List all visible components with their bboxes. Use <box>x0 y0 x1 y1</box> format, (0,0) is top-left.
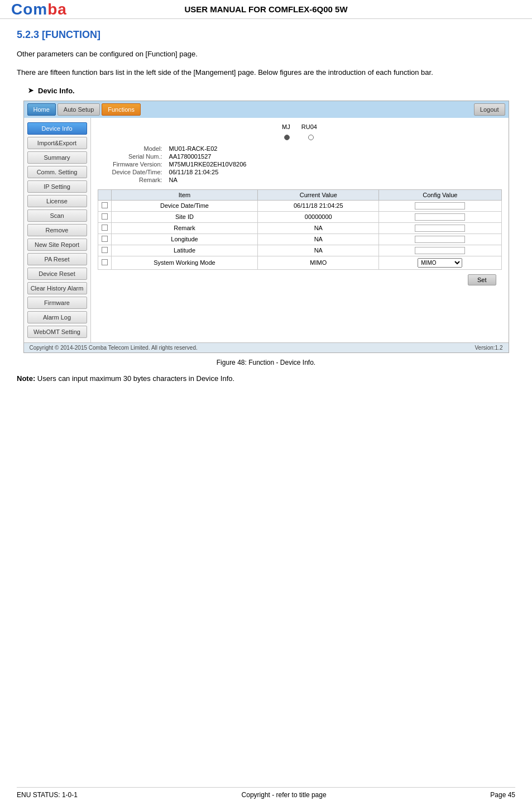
date-value: 06/11/18 21:04:25 <box>166 168 250 176</box>
footer-copyright: Copyright © 2014-2015 Comba Telecom Limi… <box>30 345 198 351</box>
col-header-check <box>98 189 111 200</box>
sidebar-btn-clear-history-alarm[interactable]: Clear History Alarm <box>27 282 87 294</box>
figure-caption: Figure 48: Function - Device Info. <box>17 359 515 366</box>
row5-config[interactable] <box>379 245 501 256</box>
logo: Comba <box>11 1 67 18</box>
row3-item: Remark <box>111 222 258 234</box>
footer-version: Version:1.2 <box>475 345 502 351</box>
sidebar-btn-device-info[interactable]: Device Info <box>27 122 87 135</box>
info-top: MJ RU04 <box>98 123 502 130</box>
radio-selected[interactable] <box>284 134 291 140</box>
col-header-item: Item <box>111 189 258 200</box>
sidebar-btn-alarm-log[interactable]: Alarm Log <box>27 311 87 323</box>
sidebar-btn-summary[interactable]: Summary <box>27 151 87 164</box>
footer-page-copyright: Copyright - refer to title page <box>242 791 327 799</box>
set-button[interactable]: Set <box>468 274 496 285</box>
right-content: MJ RU04 Model: MU01-RACK-E02 <box>91 118 509 342</box>
info-labels: MJ RU04 <box>282 123 317 130</box>
date-label: Device Date/Time: <box>109 168 166 176</box>
row6-item: System Working Mode <box>111 256 258 269</box>
ru04-label: RU04 <box>301 123 317 130</box>
logo-area: Comba <box>11 1 67 18</box>
sidebar: Device Info Import&Export Summary Comm. … <box>24 118 91 342</box>
note-text: Note: Users can input maximum 30 bytes c… <box>17 374 515 383</box>
sidebar-btn-import-export[interactable]: Import&Export <box>27 137 87 149</box>
row4-config[interactable] <box>379 234 501 245</box>
row5-current: NA <box>258 245 379 256</box>
table-row: Remark NA <box>98 222 501 234</box>
config-table: Item Current Value Config Value Device D… <box>98 189 502 270</box>
nav-functions-button[interactable]: Functions <box>102 103 141 116</box>
footer-page-number: Page 45 <box>490 791 515 799</box>
row3-config[interactable] <box>379 222 501 234</box>
screenshot-footer: Copyright © 2014-2015 Comba Telecom Limi… <box>24 342 509 352</box>
page-footer: ENU STATUS: 1-0-1 Copyright - refer to t… <box>17 787 515 799</box>
main-panel: Device Info Import&Export Summary Comm. … <box>24 118 509 342</box>
working-mode-select[interactable]: MIMO <box>418 258 462 268</box>
table-row: Site ID 00000000 <box>98 211 501 222</box>
checkbox-6[interactable] <box>102 259 108 265</box>
para2: There are fifteen function bars list in … <box>17 67 515 79</box>
sidebar-btn-ip-setting[interactable]: IP Setting <box>27 180 87 193</box>
checkbox-4[interactable] <box>102 236 108 242</box>
radio-row <box>98 134 502 140</box>
nav-bar: Home Auto Setup Functions Logout <box>24 101 509 118</box>
sidebar-btn-webomt-setting[interactable]: WebOMT Setting <box>27 326 87 338</box>
sidebar-btn-pa-reset[interactable]: PA Reset <box>27 253 87 265</box>
sidebar-btn-remove[interactable]: Remove <box>27 224 87 236</box>
row3-current: NA <box>258 222 379 234</box>
table-row: Latitude NA <box>98 245 501 256</box>
screenshot-container: Home Auto Setup Functions Logout Device … <box>23 101 509 353</box>
firmware-value: M75MU1RKE02EH10V8206 <box>166 160 250 168</box>
row4-item: Longitude <box>111 234 258 245</box>
sidebar-btn-scan[interactable]: Scan <box>27 209 87 222</box>
checkbox-5[interactable] <box>102 247 108 253</box>
row6-config[interactable]: MIMO <box>379 256 501 269</box>
sub-heading: Devic Info. <box>28 87 515 95</box>
sidebar-btn-new-site-report[interactable]: New Site Report <box>27 239 87 251</box>
row1-config[interactable] <box>379 200 501 211</box>
note-body: Users can input maximum 30 bytes charact… <box>35 374 234 383</box>
firmware-label: Firmware Version: <box>109 160 166 168</box>
page-header: Comba USER MANUAL FOR COMFLEX-6Q00 5W <box>0 0 532 19</box>
row2-config[interactable] <box>379 211 501 222</box>
row2-item: Site ID <box>111 211 258 222</box>
sidebar-btn-device-reset[interactable]: Device Reset <box>27 268 87 280</box>
nav-home-button[interactable]: Home <box>27 103 56 116</box>
nav-left: Home Auto Setup Functions <box>27 103 141 116</box>
col-header-current: Current Value <box>258 189 379 200</box>
row6-current: MIMO <box>258 256 379 269</box>
section-heading: 5.2.3 [FUNCTION] <box>17 29 515 41</box>
radio-unselected[interactable] <box>308 134 315 140</box>
col-header-config: Config Value <box>379 189 501 200</box>
model-value: MU01-RACK-E02 <box>166 145 250 153</box>
mj-label: MJ <box>282 123 290 130</box>
note-label: Note: <box>17 374 35 383</box>
header-title: USER MANUAL FOR COMFLEX-6Q00 5W <box>184 4 347 14</box>
set-btn-row: Set <box>98 274 496 285</box>
footer-status: ENU STATUS: 1-0-1 <box>17 791 78 799</box>
checkbox-3[interactable] <box>102 225 108 231</box>
sidebar-btn-comm-setting[interactable]: Comm. Setting <box>27 166 87 178</box>
table-row: System Working Mode MIMO MIMO <box>98 256 501 269</box>
row5-item: Latitude <box>111 245 258 256</box>
para1: Other parameters can be configured on [F… <box>17 49 515 60</box>
sub-heading-text: Devic Info. <box>38 87 75 95</box>
main-content: 5.2.3 [FUNCTION] Other parameters can be… <box>0 19 532 397</box>
row4-current: NA <box>258 234 379 245</box>
checkbox-2[interactable] <box>102 213 108 220</box>
sidebar-btn-license[interactable]: License <box>27 195 87 207</box>
model-label: Model: <box>109 145 166 153</box>
device-info-grid: Model: MU01-RACK-E02 Serial Num.: AA1780… <box>109 145 502 184</box>
remark-value: NA <box>166 176 250 184</box>
checkbox-1[interactable] <box>102 202 108 208</box>
sidebar-btn-firmware[interactable]: Firmware <box>27 297 87 309</box>
table-row: Device Date/Time 06/11/18 21:04:25 <box>98 200 501 211</box>
nav-logout-button[interactable]: Logout <box>474 103 505 116</box>
row2-current: 00000000 <box>258 211 379 222</box>
remark-label: Remark: <box>109 176 166 184</box>
nav-auto-button[interactable]: Auto Setup <box>57 103 100 116</box>
row1-current: 06/11/18 21:04:25 <box>258 200 379 211</box>
serial-label: Serial Num.: <box>109 153 166 160</box>
table-row: Longitude NA <box>98 234 501 245</box>
